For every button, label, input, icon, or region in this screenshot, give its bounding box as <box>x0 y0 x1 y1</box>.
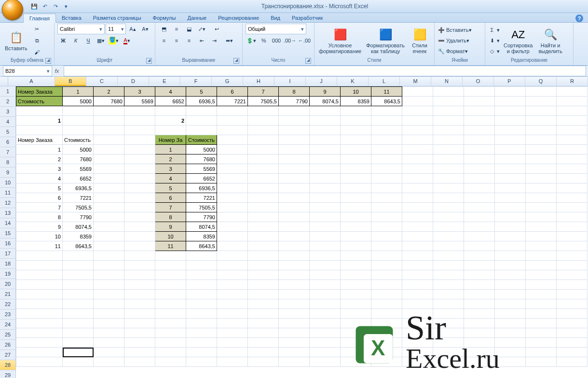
cell[interactable] <box>16 251 63 261</box>
cell[interactable] <box>557 203 588 212</box>
cell[interactable] <box>341 154 371 164</box>
cell[interactable] <box>464 357 495 367</box>
align-bottom-icon[interactable]: ⬓ <box>183 24 195 34</box>
cell[interactable]: 6 <box>16 193 63 203</box>
cell[interactable] <box>155 290 186 299</box>
cell[interactable] <box>63 348 94 357</box>
cell[interactable] <box>433 241 464 251</box>
cell[interactable] <box>94 309 124 319</box>
cell[interactable] <box>124 212 155 222</box>
row-header[interactable]: 12 <box>0 198 15 208</box>
cell[interactable] <box>557 261 588 270</box>
cell[interactable] <box>341 241 371 251</box>
cell[interactable] <box>217 280 248 290</box>
cell[interactable]: 5569 <box>186 164 217 174</box>
cell[interactable] <box>279 348 310 357</box>
cell[interactable] <box>279 183 310 193</box>
cell[interactable] <box>310 106 341 116</box>
row-header[interactable]: 21 <box>0 289 15 299</box>
cell[interactable] <box>94 357 124 367</box>
cell[interactable] <box>248 212 279 222</box>
cell[interactable] <box>526 261 557 270</box>
column-header[interactable]: O <box>463 77 494 86</box>
cell[interactable] <box>279 212 310 222</box>
cell[interactable] <box>124 106 155 116</box>
cell[interactable] <box>371 290 402 299</box>
font-size-input[interactable] <box>107 26 121 32</box>
cell[interactable] <box>155 309 186 319</box>
cell[interactable] <box>557 193 588 203</box>
cell[interactable] <box>248 270 279 280</box>
cell[interactable] <box>464 193 495 203</box>
cell[interactable] <box>248 174 279 183</box>
row-header[interactable]: 2 <box>0 97 15 107</box>
cell[interactable] <box>526 280 557 290</box>
row-header[interactable]: 20 <box>0 279 15 289</box>
cell[interactable] <box>279 338 310 348</box>
row-header[interactable]: 3 <box>0 107 15 117</box>
cell[interactable] <box>94 290 124 299</box>
cell[interactable] <box>495 251 526 261</box>
column-header[interactable]: B <box>55 77 86 86</box>
cell[interactable]: Номер За <box>155 135 186 145</box>
column-header[interactable]: J <box>306 77 337 86</box>
cell[interactable]: 7790 <box>63 212 94 222</box>
cell[interactable] <box>557 154 588 164</box>
cell[interactable] <box>63 116 94 126</box>
cell[interactable] <box>16 106 63 116</box>
cell[interactable] <box>248 145 279 154</box>
format-painter-icon[interactable]: 🖌 <box>31 47 43 57</box>
cell[interactable] <box>16 290 63 299</box>
font-name-input[interactable] <box>59 26 98 32</box>
cell[interactable] <box>310 145 341 154</box>
cell[interactable] <box>464 135 495 145</box>
increase-font-icon[interactable]: A▴ <box>127 24 138 34</box>
cell[interactable] <box>63 280 94 290</box>
cell[interactable] <box>371 212 402 222</box>
row-header[interactable]: 26 <box>0 340 15 350</box>
cell[interactable]: 7790 <box>186 212 217 222</box>
cell[interactable] <box>433 319 464 328</box>
cell[interactable] <box>279 328 310 338</box>
cell[interactable] <box>124 270 155 280</box>
cells-area[interactable]: Номер Заказа1234567891011Стоимость500076… <box>16 86 588 378</box>
increase-decimal-icon[interactable]: .00→ <box>283 35 297 46</box>
cell[interactable] <box>495 290 526 299</box>
cell[interactable] <box>155 261 186 270</box>
cell[interactable] <box>433 126 464 135</box>
cell[interactable] <box>557 290 588 299</box>
column-header[interactable]: I <box>274 77 306 86</box>
cell[interactable] <box>526 270 557 280</box>
cell[interactable] <box>526 338 557 348</box>
cell[interactable] <box>371 116 402 126</box>
cell[interactable] <box>402 241 433 251</box>
cell[interactable] <box>495 319 526 328</box>
cell[interactable]: 5569 <box>124 97 155 106</box>
cell[interactable] <box>433 251 464 261</box>
cell[interactable] <box>155 126 186 135</box>
cell[interactable]: 7505,5 <box>248 97 279 106</box>
cell[interactable] <box>94 232 124 241</box>
cell[interactable] <box>495 348 526 357</box>
cell[interactable]: 7221 <box>186 193 217 203</box>
cell[interactable] <box>557 174 588 183</box>
cell[interactable] <box>63 319 94 328</box>
cell[interactable]: 9 <box>155 222 186 232</box>
tab-view[interactable]: Вид <box>265 14 286 22</box>
cell[interactable] <box>433 299 464 309</box>
cell[interactable] <box>217 106 248 116</box>
cell[interactable] <box>557 270 588 280</box>
cell[interactable] <box>248 106 279 116</box>
cell[interactable] <box>279 154 310 164</box>
align-middle-icon[interactable]: ≡ <box>171 24 182 34</box>
cell[interactable] <box>94 222 124 232</box>
cell[interactable] <box>155 106 186 116</box>
cell[interactable] <box>217 357 248 367</box>
row-header[interactable]: 24 <box>0 320 15 330</box>
cell[interactable] <box>464 251 495 261</box>
cell[interactable] <box>63 338 94 348</box>
cell[interactable]: 7 <box>248 87 279 97</box>
column-header[interactable]: F <box>180 77 212 86</box>
cell[interactable]: 6652 <box>186 174 217 183</box>
cell[interactable]: 6936,5 <box>186 183 217 193</box>
